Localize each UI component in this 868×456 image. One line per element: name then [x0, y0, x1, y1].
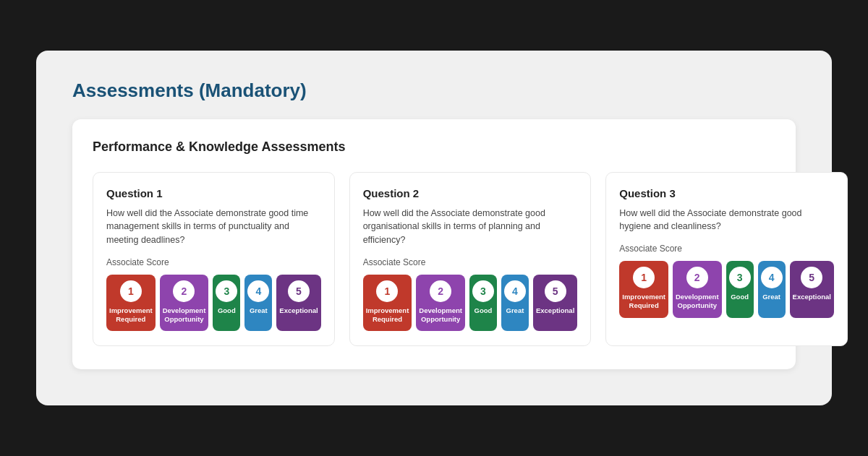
score-btn-q3-4[interactable]: 4Great: [758, 261, 786, 318]
score-circle-q1-5: 5: [288, 280, 310, 302]
score-option-label-q3-5: Exceptional: [793, 293, 831, 301]
score-btn-q2-4[interactable]: 4Great: [501, 275, 529, 332]
score-btn-q1-1[interactable]: 1Improvement Required: [106, 275, 156, 332]
score-label-2: Associate Score: [363, 257, 578, 267]
questions-grid: Question 1How well did the Associate dem…: [93, 172, 775, 347]
assessments-card: Performance & Knowledge Assessments Ques…: [72, 119, 796, 370]
question-card-1: Question 1How well did the Associate dem…: [93, 172, 335, 347]
score-btn-q1-3[interactable]: 3Good: [213, 275, 240, 332]
score-circle-q2-5: 5: [545, 280, 566, 302]
score-circle-q2-2: 2: [430, 280, 451, 302]
question-text-1: How well did the Associate demonstrate g…: [106, 207, 321, 247]
score-circle-q3-3: 3: [729, 267, 751, 288]
score-buttons-1: 1Improvement Required2Development Opport…: [106, 275, 321, 332]
score-buttons-3: 1Improvement Required2Development Opport…: [619, 261, 834, 318]
question-card-3: Question 3How well did the Associate dem…: [605, 172, 848, 347]
score-circle-q2-4: 4: [504, 280, 526, 302]
score-btn-q2-1[interactable]: 1Improvement Required: [363, 275, 412, 332]
score-circle-q3-4: 4: [761, 267, 783, 288]
score-circle-q1-3: 3: [216, 280, 237, 302]
score-option-label-q1-1: Improvement Required: [109, 306, 153, 324]
score-btn-q1-2[interactable]: 2Development Opportunity: [160, 275, 209, 332]
question-text-2: How well did the Associate demonstrate g…: [363, 207, 578, 247]
score-btn-q3-3[interactable]: 3Good: [726, 261, 754, 318]
score-option-label-q1-5: Exceptional: [279, 306, 318, 315]
score-option-label-q2-2: Development Opportunity: [419, 306, 462, 324]
score-label-1: Associate Score: [106, 257, 321, 267]
score-option-label-q1-3: Good: [218, 306, 236, 315]
score-label-3: Associate Score: [619, 244, 834, 254]
score-circle-q3-5: 5: [801, 267, 822, 288]
score-option-label-q2-4: Great: [506, 306, 524, 315]
score-option-label-q3-4: Great: [762, 293, 780, 301]
score-circle-q2-1: 1: [376, 280, 398, 302]
question-card-2: Question 2How well did the Associate dem…: [349, 172, 592, 347]
score-buttons-2: 1Improvement Required2Development Opport…: [363, 275, 578, 332]
score-option-label-q1-2: Development Opportunity: [163, 306, 206, 324]
outer-container: Assessments (Mandatory) Performance & Kn…: [36, 51, 832, 406]
score-option-label-q3-1: Improvement Required: [622, 293, 665, 311]
score-btn-q1-4[interactable]: 4Great: [244, 275, 272, 332]
score-circle-q1-1: 1: [120, 280, 142, 302]
score-circle-q2-3: 3: [472, 280, 494, 302]
score-circle-q1-4: 4: [247, 280, 269, 302]
score-option-label-q2-5: Exceptional: [536, 306, 574, 315]
score-circle-q3-2: 2: [686, 267, 708, 288]
score-btn-q2-5[interactable]: 5Exceptional: [533, 275, 577, 332]
question-title-3: Question 3: [619, 187, 834, 199]
score-btn-q2-2[interactable]: 2Development Opportunity: [416, 275, 465, 332]
card-title: Performance & Knowledge Assessments: [93, 139, 775, 155]
question-title-1: Question 1: [106, 187, 321, 199]
score-btn-q3-5[interactable]: 5Exceptional: [790, 261, 834, 318]
question-title-2: Question 2: [363, 187, 578, 199]
score-option-label-q3-2: Development Opportunity: [676, 293, 719, 311]
score-circle-q3-1: 1: [633, 267, 655, 288]
score-circle-q1-2: 2: [173, 280, 195, 302]
score-option-label-q3-3: Good: [731, 293, 749, 301]
score-btn-q3-1[interactable]: 1Improvement Required: [619, 261, 668, 318]
score-btn-q1-5[interactable]: 5Exceptional: [276, 275, 320, 332]
page-title: Assessments (Mandatory): [72, 79, 796, 102]
score-option-label-q2-1: Improvement Required: [366, 306, 409, 324]
score-option-label-q1-4: Great: [250, 306, 268, 315]
question-text-3: How well did the Associate demonstrate g…: [619, 207, 834, 234]
score-btn-q2-3[interactable]: 3Good: [469, 275, 497, 332]
score-btn-q3-2[interactable]: 2Development Opportunity: [673, 261, 722, 318]
score-option-label-q2-3: Good: [475, 306, 493, 315]
